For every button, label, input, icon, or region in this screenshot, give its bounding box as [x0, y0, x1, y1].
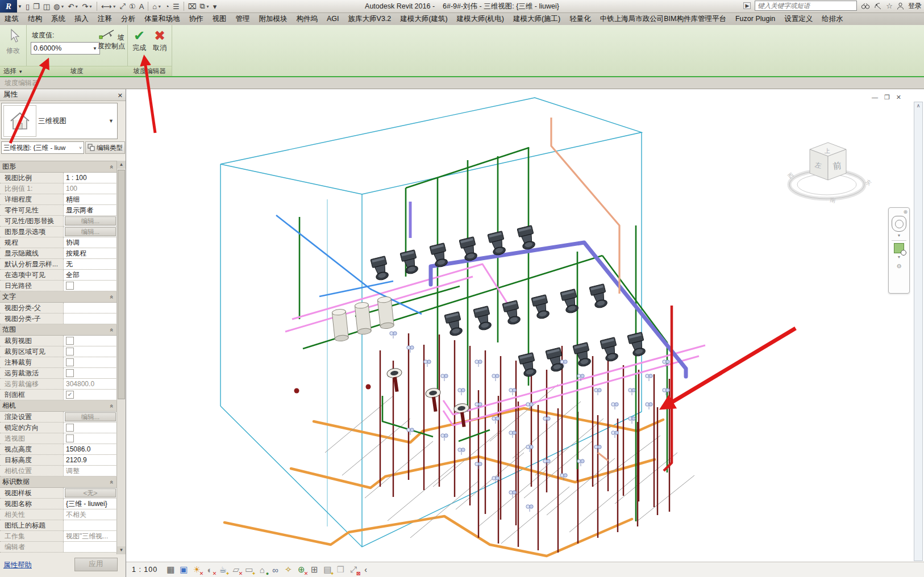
checkbox[interactable]: [66, 348, 74, 356]
open-file-icon[interactable]: ❐: [31, 1, 41, 12]
ribbon-tab[interactable]: 分析: [116, 13, 140, 25]
scroll-up-icon[interactable]: ∧: [914, 102, 922, 109]
search-input[interactable]: [755, 1, 857, 11]
type-selector[interactable]: 三维视图 ▼: [1, 103, 118, 139]
text-icon[interactable]: A: [138, 1, 146, 12]
wheel-dropdown-icon[interactable]: ▼: [897, 233, 901, 237]
drawing-area[interactable]: 上 左 前 西 南 东 — ❐ ✕ ∧ ⊗ ▼ ▼ ⊖ 1 : 100 ▦▣☀✕…: [126, 89, 924, 577]
default-3d-view-icon[interactable]: ⌂▼: [151, 1, 163, 12]
search-expand-icon[interactable]: ▶: [743, 2, 751, 9]
ribbon-tab[interactable]: 协作: [185, 13, 208, 25]
search-icon[interactable]: [861, 2, 870, 10]
ribbon-tab[interactable]: 系统: [47, 13, 70, 25]
app-menu-arrow-icon[interactable]: ▼: [18, 4, 22, 9]
ribbon-tab[interactable]: 视图: [208, 13, 231, 25]
detail-level-icon[interactable]: ▦: [165, 564, 176, 575]
ribbon-tab[interactable]: 结构: [23, 13, 47, 25]
ribbon-tab[interactable]: 附加模块: [255, 13, 292, 25]
ribbon-tab[interactable]: 族库大师V3.2: [344, 13, 396, 25]
shadows-icon[interactable]: ◐✕: [204, 564, 215, 575]
crop-view-icon[interactable]: ▱✕: [230, 564, 242, 575]
worksharing-display-icon[interactable]: ⊕✕: [295, 564, 307, 575]
3d-model-view[interactable]: 上 左 前 西 南 东: [126, 89, 924, 562]
property-value[interactable]: <无>: [64, 488, 117, 498]
checkbox[interactable]: [66, 369, 74, 377]
temporary-view-properties-icon[interactable]: ⊞: [309, 564, 320, 575]
property-value[interactable]: [64, 520, 117, 530]
revit-logo[interactable]: R: [0, 0, 17, 12]
type-dropdown-icon[interactable]: ▼: [109, 118, 114, 124]
ribbon-tab[interactable]: 给排水: [817, 13, 848, 25]
close-icon[interactable]: ✕: [118, 90, 123, 101]
checkbox[interactable]: [66, 337, 74, 345]
property-value[interactable]: [64, 433, 117, 444]
checkbox[interactable]: ✔: [66, 391, 74, 399]
ribbon-tab[interactable]: 建模大师(施工): [509, 13, 565, 25]
viewbar-collapse-icon[interactable]: ‹: [364, 565, 367, 574]
property-value[interactable]: 无: [64, 259, 117, 269]
crop-region-icon[interactable]: ▭✦: [243, 564, 255, 575]
modify-button[interactable]: 修改: [2, 28, 24, 56]
locked-view-icon[interactable]: ⌂●: [256, 564, 268, 575]
property-value[interactable]: [64, 281, 117, 291]
section-header[interactable]: 文字«: [0, 291, 117, 303]
property-value[interactable]: 全部: [64, 270, 117, 280]
property-value[interactable]: 调整: [64, 466, 117, 476]
navbar-minimize-icon[interactable]: ⊖: [897, 263, 901, 269]
property-value[interactable]: [64, 336, 117, 346]
sun-path-icon[interactable]: ☀✕: [191, 564, 202, 575]
visual-style-icon[interactable]: ▣: [178, 564, 189, 575]
property-value[interactable]: {三维 - liuwei}: [64, 499, 117, 509]
thin-lines-icon[interactable]: ☰: [171, 1, 181, 12]
collapse-icon[interactable]: «: [109, 165, 115, 168]
customize-qat-icon[interactable]: ▾: [211, 1, 219, 12]
property-value[interactable]: 视图"三维视...: [64, 531, 117, 541]
property-value[interactable]: 2120.9: [64, 455, 117, 465]
view-minimize-icon[interactable]: —: [872, 94, 878, 101]
ribbon-tab[interactable]: 插入: [70, 13, 93, 25]
collapse-icon[interactable]: «: [109, 404, 115, 407]
redo-icon[interactable]: ↷▼: [80, 1, 94, 12]
property-value[interactable]: 显示两者: [64, 205, 117, 215]
edit-button[interactable]: 编辑...: [65, 216, 116, 225]
view-close-icon[interactable]: ✕: [896, 94, 901, 101]
property-value[interactable]: 协调: [64, 237, 117, 248]
scale-button[interactable]: 1 : 100: [132, 566, 157, 574]
select-panel-label[interactable]: 选择 ▼: [0, 66, 26, 76]
property-value[interactable]: ✔: [64, 390, 117, 400]
section-header[interactable]: 图形«: [0, 161, 117, 173]
property-value[interactable]: [64, 357, 117, 367]
property-value[interactable]: 1 : 100: [64, 173, 117, 183]
property-value[interactable]: [64, 346, 117, 357]
cancel-button[interactable]: ✖ 取消: [150, 28, 169, 53]
scroll-down-icon[interactable]: ▼: [117, 546, 126, 554]
property-value[interactable]: [64, 423, 117, 433]
property-value[interactable]: 304800.0: [64, 379, 117, 389]
ribbon-tab[interactable]: 设置定义: [780, 13, 817, 25]
zoom-icon[interactable]: [894, 243, 904, 253]
favorites-icon[interactable]: ☆: [886, 2, 893, 10]
ribbon-tab[interactable]: AGI: [322, 13, 344, 25]
property-value[interactable]: [64, 542, 117, 552]
checkbox[interactable]: [66, 434, 74, 442]
property-value[interactable]: 编辑...: [64, 412, 117, 422]
property-value[interactable]: 编辑...: [64, 216, 117, 226]
ribbon-tab[interactable]: 管理: [231, 13, 255, 25]
displacement-sets-icon[interactable]: ❒: [335, 564, 346, 575]
slope-value-combobox[interactable]: 0.6000%▼: [31, 42, 100, 55]
tag-icon[interactable]: ①: [127, 1, 138, 12]
analytical-model-icon[interactable]: ▤✦: [322, 564, 333, 575]
property-value[interactable]: [64, 313, 117, 324]
collapse-icon[interactable]: «: [109, 480, 115, 483]
property-value[interactable]: 15086.0: [64, 444, 117, 454]
measure-icon[interactable]: ⟷▼: [99, 1, 118, 12]
edit-button[interactable]: 编辑...: [65, 227, 116, 236]
ribbon-tab[interactable]: 轻量化: [565, 13, 596, 25]
section-header[interactable]: 范围«: [0, 324, 117, 336]
property-value[interactable]: 按规程: [64, 248, 117, 258]
ribbon-tab[interactable]: 体量和场地: [140, 13, 185, 25]
section-header[interactable]: 标识数据«: [0, 476, 117, 488]
new-file-icon[interactable]: ▯: [24, 1, 31, 12]
ribbon-tab[interactable]: 建模大师(机电): [452, 13, 509, 25]
undo-icon[interactable]: ↶▼: [66, 1, 80, 12]
